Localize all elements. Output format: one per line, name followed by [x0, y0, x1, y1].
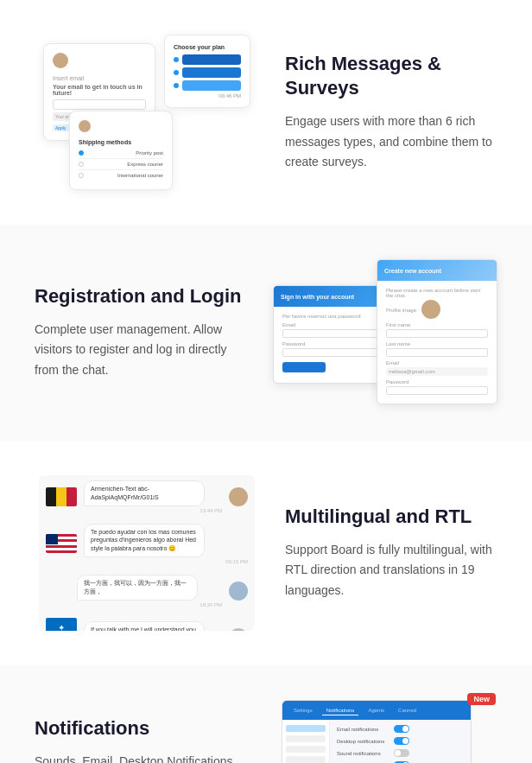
password-input	[282, 348, 384, 357]
create-acc-title: Create new account	[384, 268, 441, 274]
plan-row-1	[174, 54, 241, 65]
multilingual-image: Armenichen-Text abc­AdaSplAqMQFrMr/G01iS…	[35, 475, 259, 631]
registration-description: Complete user management. Allow visitors…	[35, 320, 247, 381]
user-avatar-3	[229, 582, 248, 601]
toggle-email[interactable]	[394, 725, 409, 733]
shipping-card: Shipping methods Priority post Express c…	[69, 111, 173, 190]
rich-messages-image: Insert email Your email to get in touch …	[35, 35, 259, 190]
sign-in-button[interactable]	[282, 362, 326, 372]
chat-section-3: 我一方面，我可以，因为一方面，我一方面， 18:20 PM	[77, 575, 222, 607]
reg-header: Sign in with your account	[274, 286, 393, 307]
plan-dot	[174, 70, 179, 75]
chat-time-3: 18:20 PM	[77, 602, 222, 607]
radio	[79, 173, 84, 178]
flag-belgium	[46, 487, 77, 506]
flag-usa	[46, 534, 77, 553]
notif-row-2: Desktop notifications	[337, 737, 464, 745]
email-label: Email	[282, 322, 384, 327]
shipping-title: Shipping methods	[79, 139, 163, 145]
flag-row-2: Te puedo ayudar con los mas comunes preg…	[39, 518, 255, 569]
sidebar-item-email	[286, 746, 326, 753]
notif-tab-notifications: Notifications	[322, 706, 359, 715]
reg-mockup: Sign in with your account Per favore ins…	[273, 259, 497, 406]
registration-title: Registration and Login	[35, 284, 247, 309]
notif-tab-agents: Agents	[364, 706, 389, 715]
ship-label: Express courier	[127, 162, 163, 167]
notif-label-3: Sound notifications	[337, 751, 389, 756]
plan-dot	[174, 83, 179, 88]
toggle-desktop[interactable]	[394, 737, 409, 745]
plan-row-2	[174, 67, 241, 78]
notif-tab-settings: Settings	[289, 706, 317, 715]
notifications-text: Notifications Sounds, Email, Desktop Not…	[35, 716, 247, 763]
chat-bubble-4: If you talk with me I will understand yo…	[84, 621, 205, 631]
notif-row-3: Sound notifications	[337, 749, 464, 757]
radio	[79, 162, 84, 167]
notif-topbar: Settings Notifications Agents Canned	[282, 701, 471, 720]
email-input	[282, 329, 384, 338]
avatar	[53, 53, 68, 68]
radio-selected	[79, 150, 84, 156]
multilingual-text: Multilingual and RTL Support Board is fu…	[285, 505, 497, 601]
flag-row-1: Armenichen-Text abc­AdaSplAqMQFrMr/G01iS…	[39, 475, 255, 518]
plan-bar	[182, 80, 241, 91]
registration-image: Sign in with your account Per favore ins…	[273, 259, 497, 406]
flag-row-4: 🍁 If you talk with me I will understand …	[39, 613, 255, 631]
flags-group: 🍁	[46, 618, 77, 631]
plan-row-3	[174, 80, 241, 91]
multilingual-description: Support Board is fully multilingual, wit…	[285, 540, 497, 601]
notif-mockup: Settings Notifications Agents Canned	[282, 700, 489, 763]
email-label-2: Email	[386, 360, 488, 366]
notif-body: Email notifications Desktop notification…	[282, 720, 471, 763]
chat-section-1: Armenichen-Text abc­AdaSplAqMQFrMr/G01iS…	[84, 480, 222, 513]
multilingual-title: Multilingual and RTL	[285, 505, 497, 530]
sign-in-card: Sign in with your account Per favore ins…	[273, 285, 394, 384]
plan-bar	[182, 67, 241, 78]
notifications-image: Settings Notifications Agents Canned	[273, 700, 497, 763]
plan-bar	[182, 54, 241, 65]
last-name-input	[386, 348, 488, 357]
notif-label-1: Email notifications	[337, 727, 389, 732]
password-label-2: Password	[386, 379, 488, 385]
registration-section: Sign in with your account Per favore ins…	[0, 225, 532, 441]
chat-bubble-2: Te puedo ayudar con los mas comunes preg…	[84, 524, 205, 557]
create-acc-label: Please create a new account before start…	[386, 288, 488, 298]
card-label: Insert email	[53, 75, 146, 81]
notif-tab-canned: Canned	[394, 706, 421, 715]
notif-screen: Settings Notifications Agents Canned	[282, 700, 472, 763]
profile-avatar	[421, 300, 440, 319]
notifications-section: Settings Notifications Agents Canned	[0, 665, 532, 763]
avatar-row: Profile image	[386, 300, 488, 319]
notif-content: Email notifications Desktop notification…	[330, 720, 471, 763]
shipping-option-2: Express courier	[79, 159, 163, 170]
user-avatar-1	[229, 487, 248, 506]
sign-in-title: Sign in with your account	[281, 294, 354, 300]
field-label: Per favore inserisci una password:	[282, 314, 384, 319]
chat-bubble-1: Armenichen-Text abc­AdaSplAqMQFrMr/G01iS	[84, 480, 205, 506]
toggle-sound[interactable]	[394, 749, 409, 757]
flag-australia	[46, 618, 77, 631]
chat-section-4: If you talk with me I will understand yo…	[84, 621, 222, 631]
create-acc-card: Create new account Please create a new a…	[377, 259, 497, 404]
notif-label-2: Desktop notifications	[337, 739, 389, 744]
chat-section-2: Te puedo ayudar con los mas comunes preg…	[84, 524, 248, 564]
create-acc-header: Create new account	[377, 260, 497, 281]
registration-text: Registration and Login Complete user man…	[35, 284, 247, 381]
ship-label: Priority post	[136, 150, 163, 156]
email-value: melissa@gmail.com	[386, 367, 488, 376]
avatar	[79, 120, 91, 132]
first-name-input	[386, 329, 488, 338]
plan-title: Choose your plan	[174, 44, 241, 50]
shipping-option-3: International courier	[79, 170, 163, 181]
multi-mockup: Armenichen-Text abc­AdaSplAqMQFrMr/G01iS…	[39, 475, 255, 631]
chat-time-2: 06:15 PM	[84, 559, 248, 564]
chat-time-1: 13:44 PM	[84, 508, 222, 513]
password-input-2	[386, 386, 488, 395]
rich-messages-title: Rich Messages & Surveys	[285, 52, 497, 101]
rich-messages-text: Rich Messages & Surveys Engage users wit…	[285, 52, 497, 174]
notifications-title: Notifications	[35, 716, 247, 741]
rich-mockup: Insert email Your email to get in touch …	[43, 35, 250, 190]
new-badge: New	[467, 693, 496, 705]
sidebar-item-general	[286, 725, 326, 732]
rich-messages-description: Engage users with more than 6 rich messa…	[285, 111, 497, 173]
